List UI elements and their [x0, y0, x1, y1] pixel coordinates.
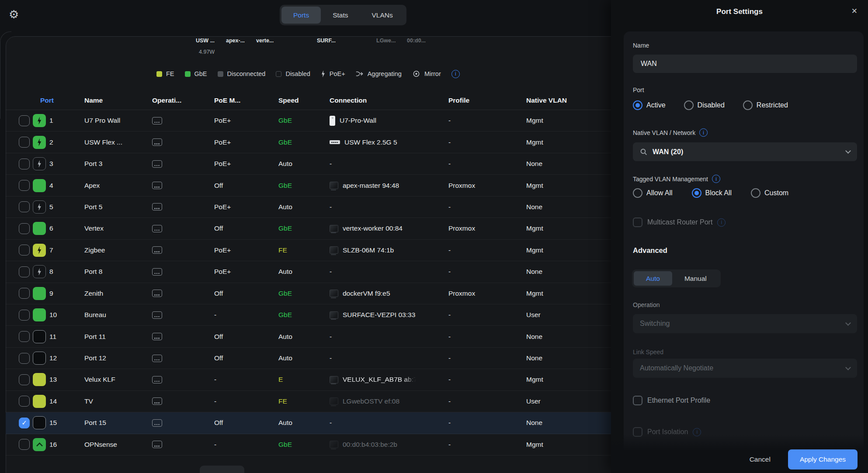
port-number: 3 — [49, 153, 53, 174]
row-checkbox[interactable] — [19, 288, 30, 299]
row-checkbox[interactable] — [19, 396, 30, 407]
radio-disabled[interactable]: Disabled — [684, 100, 725, 110]
pagination-partial-button[interactable] — [200, 466, 244, 473]
column-header-connection[interactable]: Connection — [330, 97, 367, 104]
row-checkbox-cell — [19, 197, 30, 218]
radio-restricted[interactable]: Restricted — [743, 100, 788, 110]
view-tabs: Ports Stats VLANs — [280, 5, 406, 25]
native-vlan-value: None — [526, 326, 542, 347]
column-header-port[interactable]: Port — [40, 97, 54, 104]
row-checkbox[interactable] — [19, 353, 30, 364]
operation-label: Operation — [633, 301, 660, 308]
column-header-native-vlan[interactable]: Native VLAN — [526, 97, 567, 104]
row-checkbox[interactable]: ✓ — [19, 418, 30, 428]
radio-allow-all[interactable]: Allow All — [633, 188, 673, 198]
info-icon[interactable]: i — [717, 218, 726, 227]
settings-gear-icon[interactable]: ⚙ — [9, 8, 19, 21]
name-input[interactable]: WAN — [633, 55, 857, 73]
port-icon-cell — [33, 110, 46, 131]
segment-manual[interactable]: Manual — [672, 271, 719, 286]
drawer-footer: Cancel Apply Changes — [611, 435, 868, 473]
row-checkbox[interactable] — [19, 310, 30, 321]
info-icon[interactable]: i — [699, 128, 708, 137]
row-checkbox[interactable] — [19, 439, 30, 450]
port-icon-cell — [33, 434, 46, 455]
profile-value: - — [448, 304, 451, 325]
poe-mode: PoE+ — [214, 131, 231, 152]
tab-stats[interactable]: Stats — [321, 7, 360, 24]
port-number: 1 — [49, 110, 53, 131]
connection-name: vertex-worker 00:84 — [343, 224, 403, 232]
radio-custom[interactable]: Custom — [751, 188, 788, 198]
info-icon[interactable]: i — [451, 70, 460, 78]
switching-icon — [152, 355, 162, 362]
close-icon[interactable]: ✕ — [851, 7, 858, 16]
column-header-profile[interactable]: Profile — [448, 97, 469, 104]
bolt-icon — [37, 246, 42, 254]
bolt-icon — [37, 117, 42, 124]
row-checkbox[interactable] — [19, 137, 30, 148]
profile-value: - — [448, 110, 451, 131]
empty-port-icon — [33, 330, 46, 343]
radio-block-all[interactable]: Block All — [692, 188, 732, 198]
client-device-icon — [330, 225, 338, 232]
name-input-value: WAN — [641, 60, 657, 68]
speed-value: FE — [278, 391, 287, 412]
connection-cell: vertex-worker 00:84 — [330, 218, 403, 239]
speed-value: Auto — [278, 261, 292, 282]
switching-icon — [152, 268, 162, 276]
column-header-poe-mode[interactable]: PoE M... — [214, 97, 240, 104]
row-checkbox[interactable] — [19, 223, 30, 234]
radio-active-label: Active — [646, 101, 666, 109]
native-vlan-value: None — [526, 412, 542, 433]
connection-name: SURFACE-VEZPI 03:33 — [343, 311, 415, 319]
tagged-vlan-radios: Allow All Block All Custom — [633, 188, 788, 198]
row-checkbox[interactable] — [19, 245, 30, 255]
operation-select[interactable]: Switching — [633, 314, 857, 333]
disconnected-swatch — [218, 71, 223, 77]
row-checkbox[interactable] — [19, 180, 30, 191]
mirror-icon — [412, 70, 420, 77]
speed-value: GbE — [278, 434, 292, 455]
access-point-icon — [330, 116, 335, 126]
radio-active[interactable]: Active — [633, 100, 666, 110]
profile-value: - — [448, 131, 451, 152]
profile-value: - — [448, 391, 451, 412]
port-number: 4 — [49, 175, 53, 196]
row-checkbox[interactable] — [19, 331, 30, 342]
native-vlan-value: Mgmt — [526, 110, 543, 131]
ethernet-port-profile-checkbox-row[interactable]: Ethernet Port Profile — [633, 396, 710, 405]
row-checkbox[interactable] — [19, 374, 30, 385]
tab-ports[interactable]: Ports — [281, 7, 321, 24]
column-header-name[interactable]: Name — [84, 97, 103, 104]
row-checkbox[interactable] — [19, 115, 30, 126]
port-icon-cell — [33, 348, 46, 369]
native-vlan-select[interactable]: WAN (20) — [633, 142, 857, 161]
operation-cell — [152, 326, 162, 347]
connection-cell: - — [330, 348, 332, 369]
port-name: Bureau — [84, 304, 106, 325]
port-icon-cell — [33, 412, 46, 433]
switching-icon — [152, 419, 162, 427]
apply-changes-button[interactable]: Apply Changes — [788, 449, 858, 470]
row-checkbox[interactable] — [19, 159, 30, 169]
row-checkbox[interactable] — [19, 201, 30, 212]
multicast-router-port-checkbox-row[interactable]: Multicast Router Port i — [633, 218, 726, 227]
profile-value: - — [448, 369, 451, 390]
connection-name: - — [330, 333, 332, 341]
row-checkbox[interactable] — [19, 266, 30, 277]
tab-vlans[interactable]: VLANs — [360, 7, 405, 24]
column-header-speed[interactable]: Speed — [278, 97, 299, 104]
radio-icon — [684, 100, 694, 110]
link-speed-select[interactable]: Automatically Negotiate — [633, 359, 857, 378]
row-checkbox-cell — [19, 261, 30, 282]
profile-value: - — [448, 261, 451, 282]
cancel-button[interactable]: Cancel — [750, 456, 771, 463]
info-icon[interactable]: i — [712, 175, 720, 183]
column-header-operation[interactable]: Operati... — [152, 97, 181, 104]
speed-value: Auto — [278, 412, 292, 433]
port-state-label: Port — [633, 86, 644, 93]
legend-item: PoE+ — [321, 70, 345, 77]
segment-auto[interactable]: Auto — [634, 271, 672, 286]
port-number: 2 — [49, 131, 53, 152]
